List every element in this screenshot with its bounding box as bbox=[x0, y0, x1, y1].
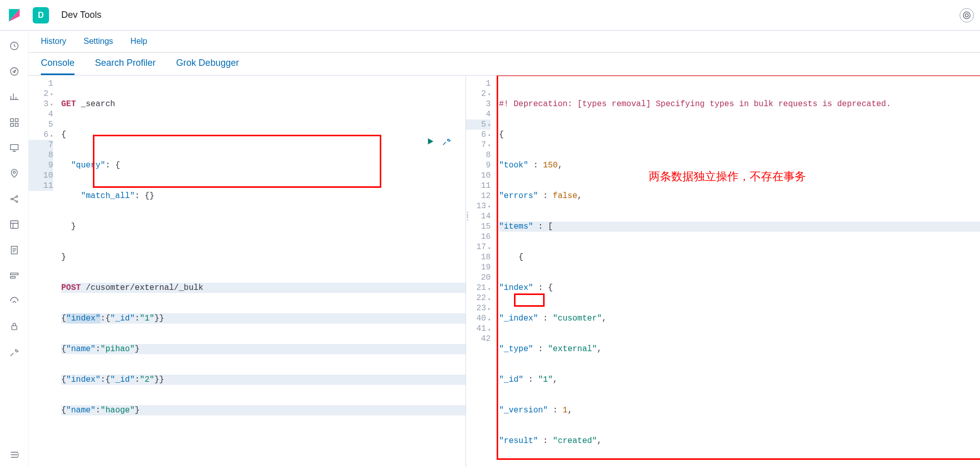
app-title: Dev Tools bbox=[61, 10, 102, 20]
deprecation-warning: #! Deprecation: [types removal] Specifyi… bbox=[499, 99, 891, 109]
request-editor[interactable]: 1 2 3 4 5 6 7 8 9 10 11 GET _search { "q… bbox=[29, 76, 466, 467]
svg-rect-6 bbox=[10, 119, 13, 122]
left-gutter: 1 2 3 4 5 6 7 8 9 10 11 bbox=[29, 76, 58, 467]
svg-point-13 bbox=[16, 195, 17, 197]
tab-search-profiler[interactable]: Search Profiler bbox=[95, 58, 156, 75]
svg-point-11 bbox=[13, 171, 15, 173]
tabs: Console Search Profiler Grok Debugger bbox=[29, 53, 980, 76]
annotation-box-fold bbox=[514, 293, 545, 307]
submenu-help[interactable]: Help bbox=[131, 37, 148, 46]
recent-icon[interactable] bbox=[8, 40, 20, 52]
svg-point-3 bbox=[965, 14, 968, 17]
apm-icon[interactable] bbox=[8, 269, 20, 282]
svg-marker-20 bbox=[428, 138, 434, 144]
right-code[interactable]: #! Deprecation: [types removal] Specifyi… bbox=[496, 76, 980, 467]
discover-icon[interactable] bbox=[8, 65, 20, 78]
svg-rect-18 bbox=[10, 277, 15, 278]
submenu-settings[interactable]: Settings bbox=[84, 37, 113, 46]
visualize-icon[interactable] bbox=[8, 91, 20, 103]
uptime-icon[interactable] bbox=[8, 295, 20, 307]
svg-rect-9 bbox=[15, 124, 18, 127]
submenu: History Settings Help bbox=[29, 31, 980, 53]
svg-rect-19 bbox=[12, 326, 17, 330]
topbar: D Dev Tools bbox=[0, 0, 980, 31]
ml-icon[interactable] bbox=[8, 193, 20, 205]
svg-rect-7 bbox=[15, 119, 18, 122]
dev-tools-icon[interactable] bbox=[8, 346, 20, 358]
side-nav bbox=[0, 31, 29, 467]
editor-split: 1 2 3 4 5 6 7 8 9 10 11 GET _search { "q… bbox=[29, 76, 980, 467]
left-code[interactable]: GET _search { "query": { "match_all": {}… bbox=[58, 76, 465, 467]
kibana-logo-icon[interactable] bbox=[6, 7, 22, 23]
play-icon[interactable] bbox=[426, 137, 435, 149]
tab-console[interactable]: Console bbox=[41, 58, 75, 75]
svg-rect-10 bbox=[10, 144, 18, 150]
http-method: GET bbox=[61, 99, 76, 109]
maps-icon[interactable] bbox=[8, 167, 20, 180]
annotation-text: 两条数据独立操作，不存在事务 bbox=[649, 169, 806, 184]
svg-rect-15 bbox=[10, 221, 18, 229]
security-icon[interactable] bbox=[8, 321, 20, 333]
news-icon[interactable] bbox=[960, 8, 974, 22]
submenu-history[interactable]: History bbox=[41, 37, 66, 46]
wrench-icon[interactable] bbox=[442, 137, 451, 149]
svg-point-14 bbox=[16, 201, 17, 202]
shell: History Settings Help Console Search Pro… bbox=[0, 31, 980, 467]
app-badge[interactable]: D bbox=[33, 7, 49, 23]
dashboard-icon[interactable] bbox=[8, 116, 20, 129]
http-method: POST bbox=[61, 283, 81, 293]
request-actions bbox=[426, 137, 451, 149]
response-viewer[interactable]: ⋮⋮ 1 2 3 4 5 6 7 8 9 10 11 12 13 14 15 bbox=[466, 76, 980, 467]
main-area: History Settings Help Console Search Pro… bbox=[29, 31, 980, 467]
infra-icon[interactable] bbox=[8, 218, 20, 231]
svg-rect-17 bbox=[10, 273, 18, 275]
logs-icon[interactable] bbox=[8, 244, 20, 256]
right-gutter: 1 2 3 4 5 6 7 8 9 10 11 12 13 14 15 16 1 bbox=[466, 76, 496, 467]
svg-point-5 bbox=[10, 68, 18, 76]
resize-handle-icon[interactable]: ⋮⋮ bbox=[466, 213, 472, 219]
collapse-icon[interactable] bbox=[8, 449, 20, 461]
canvas-icon[interactable] bbox=[8, 142, 20, 154]
svg-point-2 bbox=[963, 12, 970, 19]
svg-point-12 bbox=[11, 198, 12, 200]
svg-rect-8 bbox=[10, 124, 13, 127]
tab-grok-debugger[interactable]: Grok Debugger bbox=[176, 58, 239, 75]
